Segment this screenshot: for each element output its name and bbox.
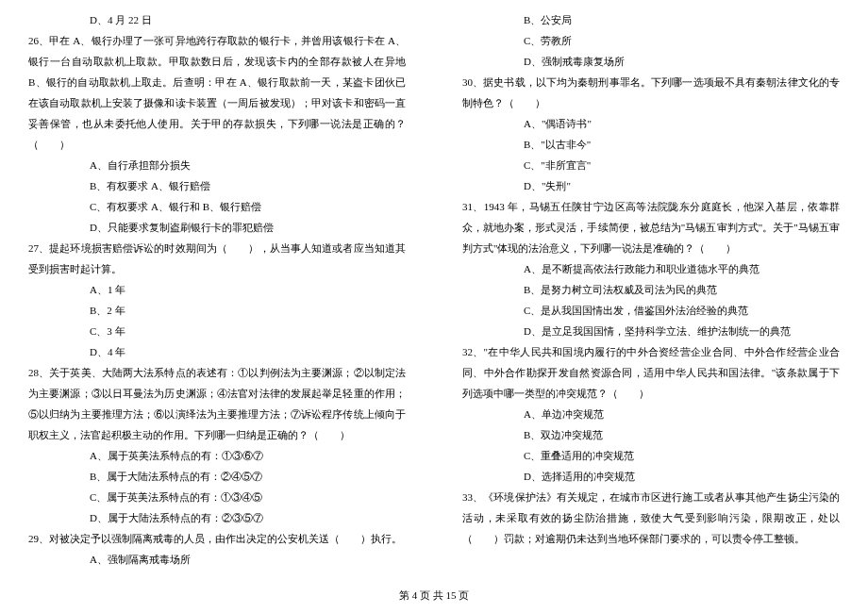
q26-option-b: B、有权要求 A、银行赔偿 xyxy=(28,175,406,196)
q29-option-c: C、劳教所 xyxy=(462,30,840,51)
q30-option-d: D、"失刑" xyxy=(462,175,840,196)
q32-option-b: B、双边冲突规范 xyxy=(462,424,840,445)
q26-option-c: C、有权要求 A、银行和 B、银行赔偿 xyxy=(28,196,406,217)
q27-option-c: C、3 年 xyxy=(28,321,406,341)
q32-option-d: D、选择适用的冲突规范 xyxy=(462,466,840,487)
q31-option-b: B、是努力树立司法权威及司法为民的典范 xyxy=(462,279,840,300)
q28-option-a: A、属于英美法系特点的有：①③⑥⑦ xyxy=(28,445,406,466)
q29-option-d: D、强制戒毒康复场所 xyxy=(462,51,840,72)
q28-option-b: B、属于大陆法系特点的有：②④⑤⑦ xyxy=(28,466,406,487)
q25-option-d: D、4 月 22 日 xyxy=(28,9,406,30)
q26-text: 26、甲在 A、银行办理了一张可异地跨行存取款的银行卡，并曾用该银行卡在 A、银… xyxy=(28,30,406,155)
q31-text: 31、1943 年，马锡五任陕甘宁边区高等法院陇东分庭庭长，他深入基层，依靠群众… xyxy=(462,196,840,258)
q26-option-d: D、只能要求复制盗刷银行卡的罪犯赔偿 xyxy=(28,217,406,238)
q31-option-a: A、是不断提高依法行政能力和职业道德水平的典范 xyxy=(462,258,840,279)
q27-option-b: B、2 年 xyxy=(28,300,406,321)
page-container: D、4 月 22 日 26、甲在 A、银行办理了一张可异地跨行存取款的银行卡，并… xyxy=(0,9,868,575)
q30-option-b: B、"以古非今" xyxy=(462,134,840,155)
q27-option-d: D、4 年 xyxy=(28,341,406,362)
q32-option-c: C、重叠适用的冲突规范 xyxy=(462,445,840,466)
q30-option-c: C、"非所宜言" xyxy=(462,155,840,175)
q31-option-d: D、是立足我国国情，坚持科学立法、维护法制统一的典范 xyxy=(462,321,840,341)
q32-text: 32、"在中华人民共和国境内履行的中外合资经营企业合同、中外合作经营企业合同、中… xyxy=(462,341,840,404)
q30-text: 30、据史书载，以下均为秦朝刑事罪名。下列哪一选项最不具有秦朝法律文化的专制特色… xyxy=(462,72,840,113)
q29-text: 29、对被决定予以强制隔离戒毒的人员，由作出决定的公安机关送（ ）执行。 xyxy=(28,528,406,549)
q28-option-d: D、属于大陆法系特点的有：②③⑤⑦ xyxy=(28,507,406,528)
right-column: B、公安局 C、劳教所 D、强制戒毒康复场所 30、据史书载，以下均为秦朝刑事罪… xyxy=(434,9,868,575)
q28-text: 28、关于英美、大陆两大法系特点的表述有：①以判例法为主要渊源；②以制定法为主要… xyxy=(28,362,406,445)
q27-text: 27、提起环境损害赔偿诉讼的时效期间为（ ），从当事人知道或者应当知道其受到损害… xyxy=(28,238,406,279)
q27-option-a: A、1 年 xyxy=(28,279,406,300)
q28-option-c: C、属于英美法系特点的有：①③④⑤ xyxy=(28,487,406,507)
q29-option-a: A、强制隔离戒毒场所 xyxy=(28,549,406,570)
q30-option-a: A、"偶语诗书" xyxy=(462,113,840,134)
q32-option-a: A、单边冲突规范 xyxy=(462,404,840,424)
q26-option-a: A、自行承担部分损失 xyxy=(28,155,406,175)
left-column: D、4 月 22 日 26、甲在 A、银行办理了一张可异地跨行存取款的银行卡，并… xyxy=(0,9,434,575)
q29-option-b: B、公安局 xyxy=(462,9,840,30)
q31-option-c: C、是从我国国情出发，借鉴国外法治经验的典范 xyxy=(462,300,840,321)
page-footer: 第 4 页 共 15 页 xyxy=(0,585,868,605)
q33-text: 33、《环境保护法》有关规定，在城市市区进行施工或者从事其他产生扬尘污染的活动，… xyxy=(462,487,840,549)
